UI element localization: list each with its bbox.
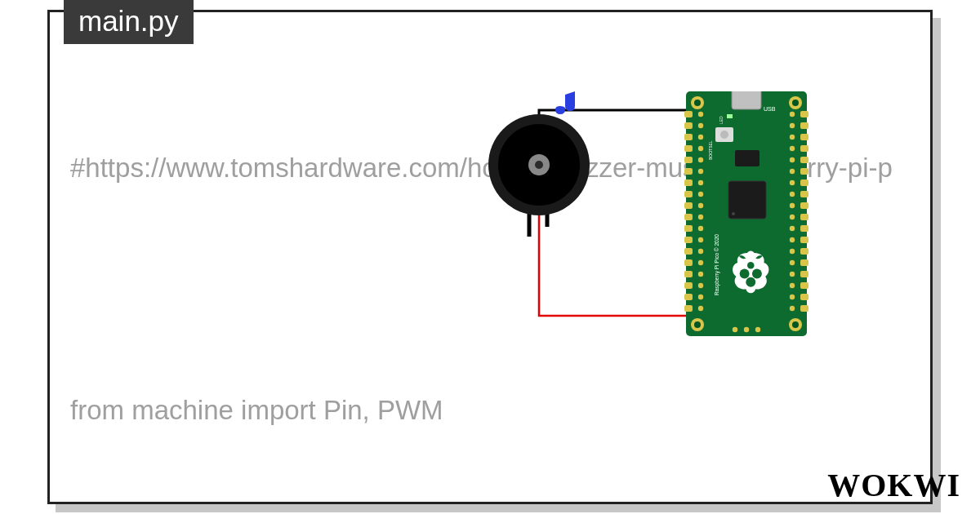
svg-point-86: [790, 295, 795, 299]
svg-point-63: [698, 237, 703, 242]
svg-point-91: [720, 131, 728, 139]
svg-rect-19: [684, 145, 693, 152]
svg-rect-20: [684, 157, 693, 163]
svg-point-84: [790, 272, 795, 277]
svg-point-59: [698, 192, 703, 197]
svg-rect-40: [800, 179, 808, 186]
svg-rect-28: [684, 248, 693, 255]
svg-point-79: [790, 215, 795, 219]
svg-rect-17: [684, 122, 693, 129]
bootsel-label: BOOTSEL: [708, 140, 713, 160]
svg-point-5: [535, 161, 543, 169]
wokwi-logo: WOKWI: [827, 466, 960, 504]
svg-point-78: [790, 203, 795, 208]
svg-point-89: [744, 327, 749, 332]
svg-rect-22: [684, 179, 693, 186]
led-label: LED: [719, 116, 724, 124]
svg-point-72: [790, 135, 795, 140]
svg-point-60: [698, 203, 703, 208]
svg-rect-48: [800, 271, 808, 277]
svg-point-54: [698, 135, 703, 140]
circuit-diagram: USB LED BOOTSEL Raspberry Pi Pico © 2020: [466, 91, 906, 385]
code-line: from machine import Pin, PWM: [70, 390, 920, 431]
svg-point-81: [790, 237, 795, 242]
svg-point-15: [792, 321, 799, 328]
svg-point-97: [746, 277, 755, 287]
svg-point-80: [790, 226, 795, 231]
svg-rect-21: [684, 168, 693, 175]
svg-point-53: [698, 123, 703, 128]
svg-rect-30: [684, 271, 693, 277]
svg-rect-16: [684, 111, 693, 117]
svg-point-62: [698, 226, 703, 231]
svg-point-77: [790, 192, 795, 197]
svg-point-75: [790, 169, 795, 174]
svg-rect-34: [800, 111, 808, 117]
svg-rect-49: [800, 282, 808, 289]
raspberry-pi-pico[interactable]: USB LED BOOTSEL Raspberry Pi Pico © 2020: [684, 91, 808, 336]
file-tab: main.py: [64, 0, 194, 44]
svg-rect-38: [800, 157, 808, 163]
svg-point-13: [694, 321, 701, 328]
code-line: from utime import sleep: [70, 512, 920, 515]
svg-point-93: [732, 212, 735, 215]
svg-point-55: [698, 146, 703, 151]
svg-rect-39: [800, 168, 808, 175]
led-indicator: [727, 114, 733, 118]
svg-point-95: [740, 269, 750, 279]
svg-rect-23: [684, 191, 693, 197]
svg-point-66: [698, 272, 703, 277]
svg-point-9: [694, 100, 701, 106]
svg-rect-29: [684, 259, 693, 266]
svg-rect-25: [684, 214, 693, 220]
board-label: Raspberry Pi Pico © 2020: [714, 234, 720, 295]
svg-point-65: [698, 260, 703, 265]
svg-point-68: [698, 295, 703, 299]
svg-point-83: [790, 260, 795, 265]
svg-rect-7: [732, 91, 761, 109]
svg-point-58: [698, 180, 703, 185]
svg-point-96: [752, 269, 762, 279]
wire-signal: [539, 214, 697, 316]
svg-point-85: [790, 283, 795, 288]
svg-point-88: [733, 327, 737, 332]
svg-point-70: [790, 112, 795, 117]
svg-rect-33: [684, 305, 693, 312]
svg-point-57: [698, 169, 703, 174]
svg-point-73: [790, 146, 795, 151]
svg-rect-44: [800, 225, 808, 232]
svg-rect-18: [684, 134, 693, 140]
svg-rect-36: [800, 134, 808, 140]
svg-point-82: [790, 249, 795, 254]
svg-point-69: [698, 306, 703, 311]
svg-point-52: [698, 112, 703, 117]
svg-rect-45: [800, 237, 808, 243]
svg-rect-31: [684, 282, 693, 289]
svg-point-98: [747, 262, 755, 269]
svg-rect-37: [800, 145, 808, 152]
svg-point-67: [698, 283, 703, 288]
svg-point-64: [698, 249, 703, 254]
svg-point-90: [755, 327, 760, 332]
svg-rect-43: [800, 214, 808, 220]
svg-rect-24: [684, 202, 693, 209]
svg-rect-46: [800, 248, 808, 255]
svg-rect-47: [800, 259, 808, 266]
svg-rect-50: [800, 294, 808, 300]
svg-rect-26: [684, 225, 693, 232]
svg-point-74: [790, 157, 795, 162]
svg-point-87: [790, 306, 795, 311]
svg-point-56: [698, 157, 703, 162]
svg-rect-41: [800, 191, 808, 197]
svg-point-76: [790, 180, 795, 185]
usb-label: USB: [764, 106, 776, 112]
svg-rect-27: [684, 237, 693, 243]
svg-rect-35: [800, 122, 808, 129]
svg-rect-32: [684, 294, 693, 300]
svg-rect-51: [800, 305, 808, 312]
svg-point-11: [792, 100, 799, 106]
svg-rect-42: [800, 202, 808, 209]
svg-point-71: [790, 123, 795, 128]
svg-point-61: [698, 215, 703, 219]
svg-rect-94: [735, 150, 760, 166]
